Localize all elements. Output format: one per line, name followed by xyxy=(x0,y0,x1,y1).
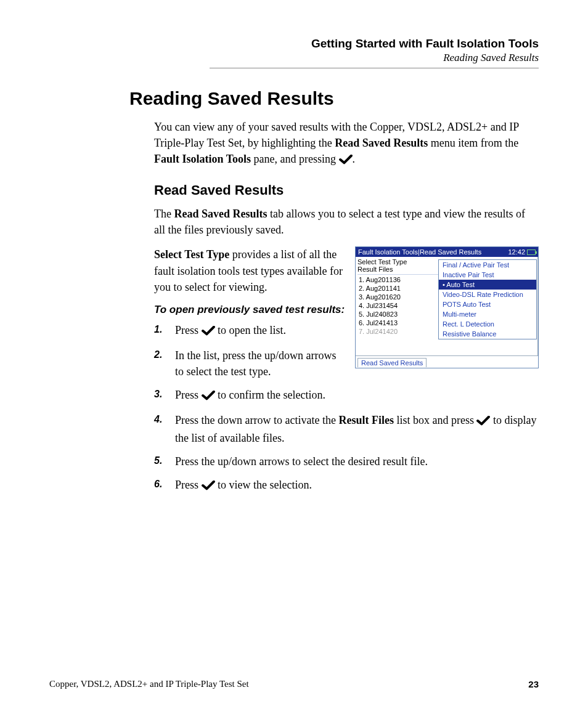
device-title-bar: Fault Isolation Tools|Read Saved Results… xyxy=(356,247,538,257)
dropdown-option[interactable]: Resistive Balance xyxy=(439,329,536,339)
page-title: Reading Saved Results xyxy=(129,88,539,109)
procedure-steps: 1.Press to open the list. 2.In the list,… xyxy=(154,322,539,495)
test-type-dropdown[interactable]: Final / Active Pair Test Inactive Pair T… xyxy=(438,259,537,339)
step-2: 2.In the list, press the up/down arrows … xyxy=(154,347,539,379)
intro-paragraph: You can view any of your saved results w… xyxy=(154,119,539,169)
step-3: 3.Press to confirm the selection. xyxy=(154,387,539,405)
chapter-title: Getting Started with Fault Isolation Too… xyxy=(49,37,539,51)
dropdown-option[interactable]: Inactive Pair Test xyxy=(439,270,536,280)
device-clock: 12:42 xyxy=(508,248,525,256)
step-6: 6.Press to view the selection. xyxy=(154,477,539,495)
subsection-title: Read Saved Results xyxy=(154,182,539,198)
dropdown-option[interactable]: Video-DSL Rate Prediction xyxy=(439,290,536,299)
check-icon xyxy=(476,414,490,430)
check-icon xyxy=(202,324,215,340)
dropdown-option[interactable]: Rect. L Detection xyxy=(439,319,536,329)
device-breadcrumb: Fault Isolation Tools|Read Saved Results xyxy=(358,248,481,256)
check-icon xyxy=(202,479,215,495)
section-name: Reading Saved Results xyxy=(49,52,539,64)
running-header: Getting Started with Fault Isolation Too… xyxy=(49,37,539,64)
dropdown-option-selected[interactable]: Auto Test xyxy=(439,280,536,290)
dropdown-option[interactable]: Final / Active Pair Test xyxy=(439,260,536,270)
tab-description: The Read Saved Results tab allows you to… xyxy=(154,206,539,238)
footer-product: Copper, VDSL2, ADSL2+ and IP Triple-Play… xyxy=(49,679,249,689)
dropdown-option[interactable]: POTS Auto Test xyxy=(439,299,536,309)
step-4: 4.Press the down arrow to activate the R… xyxy=(154,412,539,446)
step-5: 5.Press the up/down arrows to select the… xyxy=(154,453,539,469)
dropdown-option[interactable]: Multi-meter xyxy=(439,309,536,319)
page-footer: Copper, VDSL2, ADSL2+ and IP Triple-Play… xyxy=(49,679,539,689)
header-rule xyxy=(210,68,539,68)
battery-icon xyxy=(527,249,536,255)
check-icon xyxy=(339,153,353,169)
check-icon xyxy=(202,389,215,405)
page-number: 23 xyxy=(528,679,539,689)
